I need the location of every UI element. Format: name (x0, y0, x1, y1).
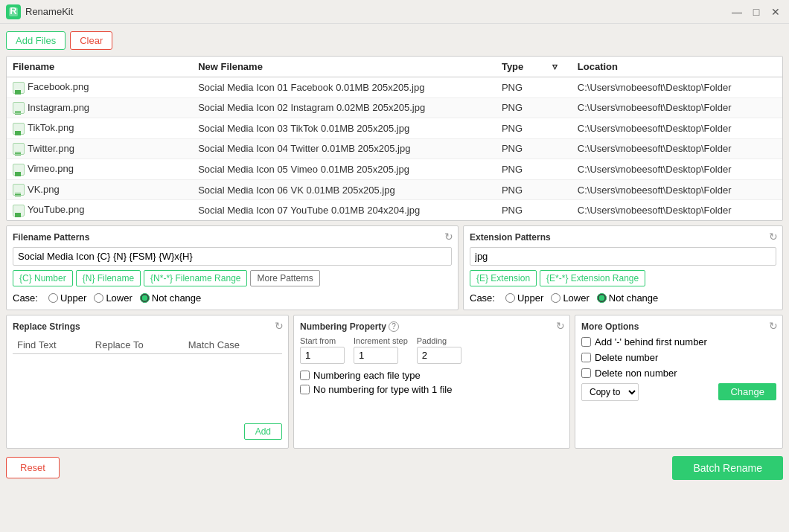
cell-location: C:\Users\mobeesoft\Desktop\Folder (572, 118, 782, 139)
col-header-filename: Filename (7, 57, 192, 77)
col-header-location: Location (572, 57, 782, 77)
filename-case-upper[interactable]: Upper (48, 292, 86, 304)
numbering-property-panel: Numbering Property ? ↻ Start from Increm… (293, 315, 570, 449)
filename-case-notchange[interactable]: Not change (140, 292, 202, 304)
clear-button[interactable]: Clear (70, 31, 112, 50)
replace-strings-refresh[interactable]: ↻ (275, 320, 284, 332)
delete-number-check-row: Delete number (581, 352, 776, 363)
cell-newfilename: Social Media Icon 06 VK 0.01MB 205x205.j… (192, 179, 496, 200)
replace-col-match: Match Case (184, 336, 282, 354)
no-numbering-checkbox[interactable] (300, 385, 310, 394)
cell-newfilename: Social Media Icon 01 Facebook 0.01MB 205… (192, 77, 496, 98)
copy-to-select[interactable]: Copy to Move to (581, 383, 639, 401)
cell-type: PNG (496, 77, 546, 98)
col-header-filter[interactable]: ▿ (546, 57, 572, 77)
file-icon (13, 102, 25, 114)
file-icon (13, 184, 25, 196)
minimize-button[interactable]: ― (729, 4, 744, 19)
numbering-each-file-checkbox[interactable] (300, 371, 310, 380)
table-row: VK.png Social Media Icon 06 VK 0.01MB 20… (7, 179, 782, 200)
filename-case-lower[interactable]: Lower (94, 292, 132, 304)
delete-number-checkbox[interactable] (581, 353, 591, 362)
ext-btn-extension[interactable]: {E} Extension (470, 270, 537, 286)
cell-type: PNG (496, 200, 546, 220)
padding-label: Padding (417, 336, 461, 345)
increment-step-label: Increment step (354, 336, 408, 345)
extension-patterns-panel: Extension Patterns ↻ {E} Extension {E*-*… (463, 225, 783, 310)
cell-newfilename: Social Media Icon 04 Twitter 0.01MB 205x… (192, 138, 496, 159)
pattern-btn-filename-range[interactable]: {N*-*} Filename Range (144, 270, 247, 286)
filename-case-label: Case: (13, 292, 38, 304)
cell-location: C:\Users\mobeesoft\Desktop\Folder (572, 77, 782, 98)
cell-filter (546, 200, 572, 220)
window-controls: ― □ ✕ (729, 4, 783, 19)
padding-field: Padding (417, 336, 461, 364)
file-table-wrapper: Filename New Filename Type ▿ Location Fa… (6, 56, 783, 221)
add-files-button[interactable]: Add Files (6, 31, 66, 50)
filename-case-row: Case: Upper Lower Not change (13, 292, 452, 304)
cell-filename: YouTube.png (7, 200, 192, 220)
extension-case-upper[interactable]: Upper (505, 292, 543, 304)
table-row: Vimeo.png Social Media Icon 05 Vimeo 0.0… (7, 159, 782, 180)
cell-location: C:\Users\mobeesoft\Desktop\Folder (572, 200, 782, 220)
cell-filter (546, 179, 572, 200)
extension-case-notchange[interactable]: Not change (597, 292, 659, 304)
extension-case-lower[interactable]: Lower (551, 292, 589, 304)
pattern-btn-more[interactable]: More Patterns (250, 270, 319, 286)
delete-number-label[interactable]: Delete number (595, 352, 658, 363)
pattern-btn-number[interactable]: {C} Number (13, 270, 73, 286)
start-from-input[interactable] (300, 347, 345, 364)
cell-newfilename: Social Media Icon 05 Vimeo 0.01MB 205x20… (192, 159, 496, 180)
maximize-button[interactable]: □ (749, 4, 764, 19)
cell-newfilename: Social Media Icon 02 Instagram 0.02MB 20… (192, 97, 496, 118)
numbering-fields-row: Start from Increment step Padding (300, 336, 563, 364)
delete-non-number-checkbox[interactable] (581, 368, 591, 378)
table-row: Facebook.png Social Media Icon 01 Facebo… (7, 77, 782, 98)
file-icon (13, 143, 25, 155)
no-numbering-label[interactable]: No numbering for type with 1 file (313, 384, 452, 395)
add-dash-label[interactable]: Add '-' behind first number (595, 336, 707, 347)
delete-non-number-check-row: Delete non number (581, 368, 776, 379)
cell-type: PNG (496, 138, 546, 159)
table-row: TikTok.png Social Media Icon 03 TikTok 0… (7, 118, 782, 139)
footer: Reset Batch Rename (6, 453, 783, 483)
extension-patterns-refresh[interactable]: ↻ (769, 231, 778, 243)
padding-input[interactable] (417, 347, 461, 364)
file-icon (13, 82, 25, 94)
filename-patterns-refresh[interactable]: ↻ (444, 231, 453, 243)
delete-non-number-label[interactable]: Delete non number (595, 368, 677, 379)
change-button[interactable]: Change (718, 383, 776, 400)
ext-btn-range[interactable]: {E*-*} Extension Range (540, 270, 645, 286)
cell-type: PNG (496, 97, 546, 118)
extension-pattern-input[interactable] (470, 247, 776, 266)
cell-location: C:\Users\mobeesoft\Desktop\Folder (572, 97, 782, 118)
table-row: Twitter.png Social Media Icon 04 Twitter… (7, 138, 782, 159)
add-dash-checkbox[interactable] (581, 337, 591, 347)
cell-location: C:\Users\mobeesoft\Desktop\Folder (572, 179, 782, 200)
app-title: RenameKit (25, 6, 73, 17)
batch-rename-button[interactable]: Batch Rename (672, 456, 783, 480)
replace-table: Find Text Replace To Match Case (13, 336, 282, 421)
cell-type: PNG (496, 118, 546, 139)
numbering-refresh[interactable]: ↻ (556, 320, 565, 332)
cell-type: PNG (496, 159, 546, 180)
replace-strings-title: Replace Strings (13, 321, 282, 332)
filename-patterns-title: Filename Patterns (13, 232, 452, 243)
numbering-each-file-label[interactable]: Numbering each file type (313, 370, 421, 381)
pattern-btn-filename[interactable]: {N} Filename (76, 270, 141, 286)
replace-table-body (13, 353, 282, 420)
replace-add-button[interactable]: Add (244, 423, 282, 440)
cell-filter (546, 118, 572, 139)
cell-filename: TikTok.png (7, 118, 192, 139)
replace-col-to: Replace To (91, 336, 184, 354)
panels-row-1: Filename Patterns ↻ {C} Number {N} Filen… (6, 225, 783, 310)
close-button[interactable]: ✕ (768, 4, 783, 19)
more-options-refresh[interactable]: ↻ (769, 320, 778, 332)
cell-filename: Twitter.png (7, 138, 192, 159)
titlebar: R RenameKit ― □ ✕ (0, 0, 789, 24)
filename-pattern-input[interactable] (13, 247, 452, 266)
increment-step-input[interactable] (354, 347, 398, 364)
numbering-info-icon: ? (389, 321, 399, 332)
reset-button[interactable]: Reset (6, 457, 60, 478)
cell-filter (546, 159, 572, 180)
